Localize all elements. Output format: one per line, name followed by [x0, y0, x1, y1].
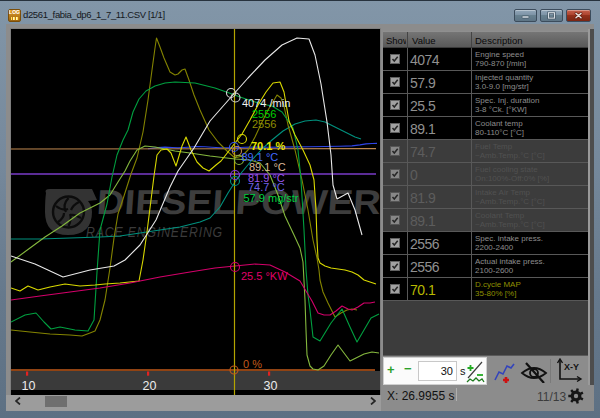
svg-text:30: 30	[264, 379, 278, 393]
svg-text:RACE ENGINEERING: RACE ENGINEERING	[86, 224, 223, 240]
svg-text:2556: 2556	[252, 118, 276, 130]
svg-text:20: 20	[143, 379, 157, 393]
svg-text:70.1 %: 70.1 %	[251, 140, 285, 152]
svg-text:X-Y: X-Y	[564, 362, 579, 372]
svg-text:4074 /min: 4074 /min	[242, 97, 290, 109]
svg-text:0 %: 0 %	[243, 358, 262, 370]
svg-text:25.5 °KW: 25.5 °KW	[241, 270, 288, 282]
svg-text:DIESELPOWER: DIESELPOWER	[96, 183, 380, 221]
svg-text:10: 10	[22, 379, 36, 393]
svg-text:57.9 mg/str: 57.9 mg/str	[244, 192, 299, 204]
